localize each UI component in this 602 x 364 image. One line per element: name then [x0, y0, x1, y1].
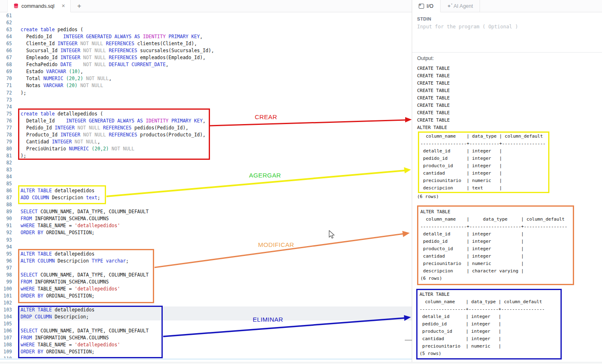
line-number: 100 [0, 286, 17, 293]
output-line: ALTER TABLE [417, 124, 602, 131]
code-line: 68 FechaPedido DATE NOT NULL DEFAULT CUR… [0, 61, 412, 68]
new-tab-button[interactable]: + [71, 0, 88, 12]
output-line: cantidad | integer | [420, 335, 558, 343]
output-line: CREATE TABLE [417, 72, 602, 80]
label-agregar: AGERGAR [249, 172, 281, 179]
output-line: pedido_id | integer | [420, 320, 558, 328]
line-number: 74 [0, 104, 17, 111]
line-number: 88 [0, 201, 17, 208]
annotation-box-agregar [18, 185, 106, 204]
horizontal-scrollbar[interactable] [0, 359, 412, 359]
editor-tab-bar: commands.sql ✕ + [0, 0, 412, 12]
line-number: 92 [0, 229, 17, 236]
output-line: preciounitario | numeric | [420, 177, 547, 184]
line-number: 95 [0, 251, 17, 258]
output-line: ALTER TABLE [420, 291, 558, 298]
line-number: 80 [0, 145, 17, 152]
output-line: column_name | data_type | column_default [420, 298, 558, 306]
stdin-section: STDIN Input for the program ( Optional ) [412, 12, 602, 53]
line-number: 73 [0, 97, 17, 104]
line-number: 75 [0, 111, 17, 117]
output-line: descripcion | text | [420, 184, 547, 192]
line-number: 85 [0, 180, 17, 187]
line-number: 71 [0, 82, 17, 89]
line-number: 76 [0, 117, 17, 124]
output-line: CREATE TABLE [417, 94, 602, 102]
label-crear: CREAR [255, 113, 277, 120]
output-line: pedido_id | integer | [420, 155, 547, 162]
code-line: 63create table pedidos ( [0, 26, 412, 33]
output-line: preciounitario | numeric | [420, 343, 558, 350]
line-number: 90 [0, 215, 17, 222]
line-number: 110 [0, 355, 17, 358]
sparkles-icon: ✦ [447, 3, 451, 9]
io-tab-bar: I/O ✦ AI Agent [412, 0, 602, 12]
line-number: 68 [0, 61, 17, 68]
output-line: producto_id | integer | [420, 328, 558, 335]
output-box-agregar: column_name | data_type | column_default… [418, 131, 549, 193]
line-number: 94 [0, 244, 17, 251]
line-number: 66 [0, 47, 17, 54]
code-line: 84 [0, 173, 412, 180]
label-modificar: MODIFICAR [258, 241, 294, 248]
tab-io[interactable]: I/O [412, 0, 441, 12]
code-line: 73 [0, 97, 412, 104]
line-number: 98 [0, 272, 17, 279]
terminal-icon [419, 4, 424, 9]
output-line: column_name | data_type | column_default [420, 216, 571, 223]
annotation-box-crear [18, 108, 210, 160]
line-number: 78 [0, 131, 17, 138]
line-number: 105 [0, 320, 17, 327]
output-line: CREATE TABLE [417, 65, 602, 72]
tab-ai-agent[interactable]: ✦ AI Agent [441, 0, 480, 12]
tab-io-label: I/O [427, 3, 434, 9]
stdin-input[interactable]: Input for the program ( Optional ) [417, 24, 602, 30]
line-number: 96 [0, 258, 17, 265]
output-label: Output: [417, 55, 602, 61]
line-number: 64 [0, 33, 17, 40]
output-plain-lines: CREATE TABLECREATE TABLECREATE TABLECREA… [417, 65, 602, 131]
output-line: -----------------+-----------+----------… [420, 140, 547, 147]
line-number: 63 [0, 26, 17, 33]
tab-commands-sql[interactable]: commands.sql ✕ [7, 0, 71, 12]
code-line: 93 [0, 237, 412, 244]
output-rows-count-1: (6 rows) [417, 193, 602, 200]
output-line: producto_id | integer | [420, 245, 571, 253]
output-line: -----------------+-------------------+--… [420, 223, 571, 230]
line-number: 102 [0, 299, 17, 306]
line-number: 69 [0, 68, 17, 75]
line-number: 79 [0, 138, 17, 145]
output-line: cantidad | integer | [420, 170, 547, 177]
output-line: CREATE TABLE [417, 102, 602, 109]
tab-close-icon[interactable]: ✕ [62, 3, 65, 9]
code-line: 70 Total NUMERIC (20,2) NOT NULL, [0, 75, 412, 82]
panel-divider-handle[interactable] [405, 340, 413, 341]
label-eliminar: ELIMINAR [253, 316, 283, 323]
output-line: descripcion | character varying | [420, 267, 571, 275]
mouse-cursor [328, 230, 336, 239]
code-line: 65 Cliente_Id INTEGER NOT NULL REFERENCE… [0, 40, 412, 47]
code-line: 69 Estado VARCHAR (10), [0, 68, 412, 75]
line-number: 108 [0, 341, 17, 348]
output-box-eliminar: ALTER TABLE column_name | data_type | co… [416, 289, 562, 359]
bottom-strip [0, 362, 602, 364]
output-line: cantidad | integer | [420, 253, 571, 260]
code-line: 89SELECT COLUMN_NAME, DATA_TYPE, COLUMN_… [0, 208, 412, 215]
line-number: 93 [0, 237, 17, 244]
output-line: CREATE TABLE [417, 109, 602, 117]
line-number: 81 [0, 152, 17, 159]
tab-filename: commands.sql [21, 3, 55, 9]
output-section: Output: CREATE TABLECREATE TABLECREATE T… [412, 53, 602, 362]
output-line: producto_id | integer | [420, 162, 547, 170]
line-number: 97 [0, 265, 17, 272]
ide-window: commands.sql ✕ + 616263create table pedi… [0, 0, 602, 364]
line-number: 86 [0, 187, 17, 194]
output-line: CREATE TABLE [417, 87, 602, 94]
line-number: 83 [0, 166, 17, 173]
tab-ai-agent-label: AI Agent [454, 3, 473, 9]
line-number: 99 [0, 279, 17, 286]
output-line: detalle_id | integer | [420, 147, 547, 155]
line-number: 62 [0, 19, 17, 26]
code-line: 67 Empleado_Id INTEGER NOT NULL REFERENC… [0, 54, 412, 61]
output-line: CREATE TABLE [417, 80, 602, 87]
